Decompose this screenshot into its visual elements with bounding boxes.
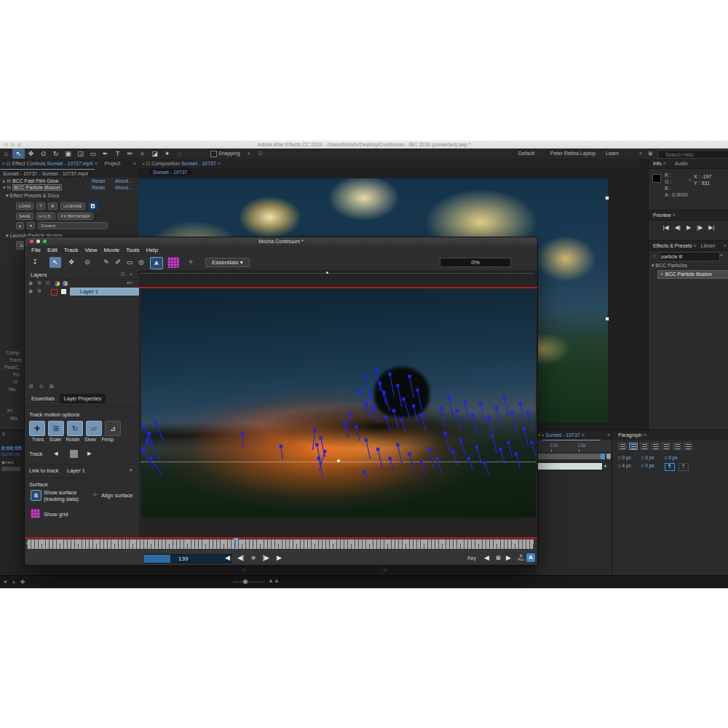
effect-row[interactable]: ▸ fx BCC Fast Film Glow Reset About... xyxy=(0,178,138,184)
chevron-down-icon[interactable]: ▾ xyxy=(130,467,132,473)
drag-handle-icon[interactable]: ◂ xyxy=(604,463,606,469)
add-keyframe-icon[interactable]: ⊕ xyxy=(495,551,501,565)
transport-button[interactable]: |▶ xyxy=(263,551,269,565)
track-option-rotate[interactable]: ↻ xyxy=(67,421,83,436)
track-option-skew[interactable]: ▱ xyxy=(86,421,102,436)
prev-preset-button[interactable]: ▴ xyxy=(16,222,24,229)
home-tool-icon[interactable]: ⌂ xyxy=(0,149,12,159)
tab-info[interactable]: Info xyxy=(653,161,662,166)
paragraph-field[interactable]: ≡0 px xyxy=(641,463,654,468)
transport-button[interactable]: ▶ xyxy=(277,551,282,565)
current-timecode[interactable]: 0:00:05 xyxy=(1,445,22,451)
mocha-titlebar[interactable]: Mocha Continuum * xyxy=(25,237,537,245)
circle-spline-icon[interactable]: ◎ xyxy=(135,257,147,268)
mask-tool-icon[interactable]: ▭ xyxy=(87,149,99,159)
align-surface-icon[interactable]: ✧ xyxy=(92,491,98,499)
preview-transport-button[interactable]: |▶ xyxy=(697,224,703,231)
ruler-band[interactable] xyxy=(27,539,534,549)
all-keyframes-icon[interactable]: ⊗ALL xyxy=(518,554,524,561)
transport-button[interactable]: ◀| xyxy=(237,551,244,565)
selection-handle[interactable] xyxy=(605,317,609,321)
align-button[interactable] xyxy=(662,443,670,450)
link-to-track-value[interactable]: Layer 1 xyxy=(67,467,85,474)
show-grid-label[interactable]: Show grid xyxy=(44,511,68,518)
tab-essentials[interactable]: Essentials xyxy=(28,395,58,403)
align-button[interactable] xyxy=(629,443,638,450)
preview-transport-button[interactable]: ▶| xyxy=(708,224,714,231)
camera-tool-icon[interactable]: ▣ xyxy=(62,149,74,159)
workspace-learn[interactable]: Learn xyxy=(606,149,619,159)
mocha-menu-file[interactable]: File xyxy=(31,245,41,255)
tab-effect-controls[interactable]: Effect Controls Sunset - 10737.mp4 ≡ xyxy=(12,161,99,166)
save-icon[interactable]: ↧ xyxy=(29,257,41,268)
tab-composition[interactable]: Composition Sunset - 10737 ≡ xyxy=(151,161,220,166)
pen-tool-icon[interactable]: ✒ xyxy=(99,149,111,159)
next-keyframe-button[interactable]: ▶ xyxy=(506,551,511,565)
playhead[interactable] xyxy=(235,539,236,550)
track-option-trans[interactable]: ✚ xyxy=(29,421,45,436)
align-button[interactable] xyxy=(618,443,627,450)
zoom-slider-track[interactable] xyxy=(233,582,265,582)
layer-visibility-icon[interactable]: ◉ xyxy=(28,288,33,294)
tab-audio[interactable]: Audio xyxy=(675,161,688,166)
paragraph-field[interactable]: ≡0 px xyxy=(641,455,654,460)
next-preset-button[interactable]: ▾ xyxy=(27,222,35,229)
add-xspline-icon[interactable]: ✐ xyxy=(112,257,124,268)
current-preset-dropdown[interactable]: Current xyxy=(38,222,108,229)
tab-paragraph[interactable]: Paragraph xyxy=(618,432,642,438)
panel-overflow[interactable]: » xyxy=(607,430,610,440)
prev-keyframe-button[interactable]: ◀ xyxy=(484,551,489,565)
align-button[interactable] xyxy=(673,443,681,450)
track-backwards-button[interactable]: ◂ xyxy=(54,448,58,458)
timeline-scrollbar[interactable] xyxy=(538,454,604,459)
load-button[interactable]: LOAD xyxy=(16,202,33,210)
selection-handle[interactable] xyxy=(605,196,609,200)
roto-brush-tool-icon[interactable]: ✦ xyxy=(161,149,173,159)
hud-button[interactable]: H.U.D. xyxy=(36,213,55,220)
screen-icon[interactable]: ▣ xyxy=(648,149,653,159)
help-button[interactable]: ? xyxy=(36,202,44,210)
rect-spline-icon[interactable]: ▭ xyxy=(124,257,135,268)
hand-tool-icon[interactable]: ✥ xyxy=(25,149,37,159)
help-search-input[interactable] xyxy=(657,150,728,159)
track-option-scale[interactable]: ⊞ xyxy=(48,421,64,436)
close-icon[interactable] xyxy=(30,240,33,243)
essentials-dropdown[interactable]: Essentials ▾ xyxy=(205,258,250,267)
layer-gear-icon[interactable]: ⚙ xyxy=(37,288,41,294)
tab-libraries[interactable]: Librari xyxy=(701,243,715,248)
mocha-menu-tools[interactable]: Tools xyxy=(126,245,140,255)
license-button[interactable]: LICENSE xyxy=(60,202,85,210)
workspace-default[interactable]: Default xyxy=(518,149,534,159)
align-button[interactable] xyxy=(640,443,649,450)
pin-icon[interactable]: ⊡ xyxy=(121,272,125,277)
scrollbar-cap[interactable] xyxy=(601,454,605,459)
maximize-icon[interactable] xyxy=(43,240,47,243)
mocha-menu-view[interactable]: View xyxy=(84,245,97,255)
about-link[interactable]: About... xyxy=(115,178,132,184)
brush-tool-icon[interactable]: ✏ xyxy=(124,149,136,159)
paragraph-field[interactable]: ≡0 px xyxy=(618,455,631,460)
work-area-bar[interactable] xyxy=(538,463,602,470)
reset-link[interactable]: Reset xyxy=(92,184,105,191)
mocha-menu-track[interactable]: Track xyxy=(64,245,79,255)
section-effect-presets[interactable]: ▾ Effect Presets & Docs xyxy=(0,192,138,199)
show-surface-toggle-icon[interactable]: S xyxy=(31,490,41,501)
mocha-continuum-window[interactable]: Mocha Continuum * FileEditTrackViewMovie… xyxy=(24,237,538,566)
text-direction-button[interactable]: ¶ xyxy=(678,463,689,471)
transport-button[interactable]: ◀ xyxy=(225,551,230,565)
minimize-window-icon[interactable] xyxy=(11,143,15,146)
new-folder-icon[interactable]: ⊞ xyxy=(29,384,33,389)
mocha-menu-help[interactable]: Help xyxy=(146,245,158,255)
preview-transport-button[interactable]: ▶ xyxy=(687,224,691,231)
grid-options-icon[interactable]: ⊡ xyxy=(258,149,263,159)
create-xspline-icon[interactable]: ✎ xyxy=(100,257,112,268)
viewer-image[interactable] xyxy=(141,290,536,518)
show-surface-label[interactable]: Show surface (tracking data) xyxy=(44,489,87,502)
about-link[interactable]: About... xyxy=(115,184,132,191)
tab-effects-presets[interactable]: Effects & Presets xyxy=(653,243,692,248)
delete-layer-icon[interactable]: ⊠ xyxy=(50,384,54,389)
stop-button[interactable]: ■ xyxy=(251,551,255,565)
panel-overflow[interactable]: » xyxy=(133,159,136,168)
preview-transport-button[interactable]: |◀ xyxy=(662,224,668,231)
zoom-window-icon[interactable] xyxy=(17,143,21,146)
